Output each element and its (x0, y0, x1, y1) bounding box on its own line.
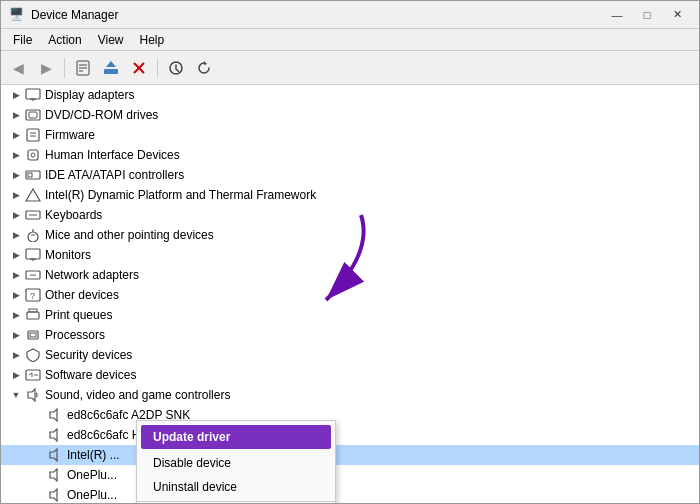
sound-icon (25, 387, 41, 403)
security-icon (25, 347, 41, 363)
refresh-button[interactable] (191, 55, 217, 81)
svg-marker-22 (26, 189, 40, 201)
hid-label: Human Interface Devices (45, 148, 180, 162)
chevron-icon: ▶ (9, 188, 23, 202)
processors-label: Processors (45, 328, 105, 342)
ctx-update-driver[interactable]: Update driver (141, 425, 331, 449)
tree-item-hid[interactable]: ▶ Human Interface Devices (1, 145, 699, 165)
ctx-disable-device[interactable]: Disable device (137, 451, 335, 475)
tree-item-print[interactable]: ▶ Print queues (1, 305, 699, 325)
oneplus2-label: OnePlu... (67, 488, 117, 502)
mice-icon (25, 227, 41, 243)
svg-rect-18 (28, 150, 38, 160)
tree-item-sound[interactable]: ▼ Sound, video and game controllers (1, 385, 699, 405)
menu-action[interactable]: Action (40, 31, 89, 49)
tree-item-intel-platform[interactable]: ▶ Intel(R) Dynamic Platform and Thermal … (1, 185, 699, 205)
menu-help[interactable]: Help (132, 31, 173, 49)
monitors-label: Monitors (45, 248, 91, 262)
menu-file[interactable]: File (5, 31, 40, 49)
context-menu: Update driver Disable device Uninstall d… (136, 420, 336, 503)
svg-point-19 (31, 153, 35, 157)
back-button[interactable]: ◀ (5, 55, 31, 81)
minimize-button[interactable]: — (603, 5, 631, 25)
software-label: Software devices (45, 368, 136, 382)
svg-marker-42 (50, 409, 57, 421)
svg-marker-44 (50, 449, 57, 461)
device-tree[interactable]: ▶ Display adapters ▶ DVD/CD-ROM drives ▶… (1, 85, 699, 503)
chevron-icon: ▶ (9, 248, 23, 262)
svg-rect-4 (104, 69, 118, 74)
network-icon (25, 267, 41, 283)
forward-button[interactable]: ▶ (33, 55, 59, 81)
svg-rect-38 (30, 333, 36, 337)
title-bar-left: 🖥️ Device Manager (9, 7, 118, 23)
tree-item-intel-audio[interactable]: ▶ Intel(R) ... (1, 445, 699, 465)
tree-item-ide[interactable]: ▶ IDE ATA/ATAPI controllers (1, 165, 699, 185)
chevron-icon: ▶ (9, 268, 23, 282)
close-button[interactable]: ✕ (663, 5, 691, 25)
tree-item-other[interactable]: ▶ ? Other devices (1, 285, 699, 305)
print-icon (25, 307, 41, 323)
chevron-icon: ▶ (9, 128, 23, 142)
tree-item-dvd[interactable]: ▶ DVD/CD-ROM drives (1, 105, 699, 125)
display-adapters-label: Display adapters (45, 88, 134, 102)
menu-bar: File Action View Help (1, 29, 699, 51)
properties-button[interactable] (70, 55, 96, 81)
chevron-icon: ▶ (9, 208, 23, 222)
chevron-icon: ▶ (9, 228, 23, 242)
svg-rect-14 (29, 112, 37, 118)
intel-platform-icon (25, 187, 41, 203)
svg-marker-5 (106, 61, 116, 67)
app-icon: 🖥️ (9, 7, 25, 23)
chevron-down-icon: ▼ (9, 388, 23, 402)
chevron-icon: ▶ (9, 288, 23, 302)
sound-label: Sound, video and game controllers (45, 388, 230, 402)
toolbar: ◀ ▶ (1, 51, 699, 85)
tree-item-network[interactable]: ▶ Network adapters (1, 265, 699, 285)
chevron-icon: ▶ (9, 368, 23, 382)
tree-item-keyboards[interactable]: ▶ Keyboards (1, 205, 699, 225)
keyboards-icon (25, 207, 41, 223)
maximize-button[interactable]: □ (633, 5, 661, 25)
dvd-icon (25, 107, 41, 123)
oneplus1-label: OnePlu... (67, 468, 117, 482)
tree-item-oneplus1[interactable]: ▶ OnePlu... (1, 465, 699, 485)
svg-rect-28 (26, 249, 40, 259)
other-label: Other devices (45, 288, 119, 302)
tree-item-oneplus2[interactable]: ▶ OnePlu... (1, 485, 699, 503)
tree-item-ed8-a2dp[interactable]: ▶ ed8c6c6afc A2DP SNK (1, 405, 699, 425)
mice-label: Mice and other pointing devices (45, 228, 214, 242)
tree-item-processors[interactable]: ▶ Processors (1, 325, 699, 345)
monitors-icon (25, 247, 41, 263)
uninstall-button[interactable] (126, 55, 152, 81)
toolbar-separator-2 (157, 58, 158, 78)
update-driver-toolbar-button[interactable] (98, 55, 124, 81)
scan-changes-button[interactable] (163, 55, 189, 81)
sound-child-icon (47, 487, 63, 503)
title-bar-controls: — □ ✕ (603, 5, 691, 25)
ide-icon (25, 167, 41, 183)
svg-text:?: ? (30, 291, 35, 301)
software-icon (25, 367, 41, 383)
tree-item-mice[interactable]: ▶ Mice and other pointing devices (1, 225, 699, 245)
tree-item-display-adapters[interactable]: ▶ Display adapters (1, 85, 699, 105)
menu-view[interactable]: View (90, 31, 132, 49)
tree-item-ed8-hf[interactable]: ▶ ed8c6c6afc Hands-Free HF Audio (1, 425, 699, 445)
firmware-label: Firmware (45, 128, 95, 142)
ctx-uninstall-device[interactable]: Uninstall device (137, 475, 335, 499)
chevron-icon: ▶ (9, 168, 23, 182)
toolbar-separator-1 (64, 58, 65, 78)
network-label: Network adapters (45, 268, 139, 282)
tree-item-software[interactable]: ▶ Software devices (1, 365, 699, 385)
tree-item-firmware[interactable]: ▶ Firmware (1, 125, 699, 145)
display-adapters-icon (25, 87, 41, 103)
title-bar: 🖥️ Device Manager — □ ✕ (1, 1, 699, 29)
sound-child-icon (47, 407, 63, 423)
svg-point-25 (28, 232, 38, 242)
sound-child-icon (47, 427, 63, 443)
firmware-icon (25, 127, 41, 143)
tree-item-monitors[interactable]: ▶ Monitors (1, 245, 699, 265)
chevron-icon: ▶ (9, 88, 23, 102)
chevron-icon: ▶ (9, 148, 23, 162)
tree-item-security[interactable]: ▶ Security devices (1, 345, 699, 365)
